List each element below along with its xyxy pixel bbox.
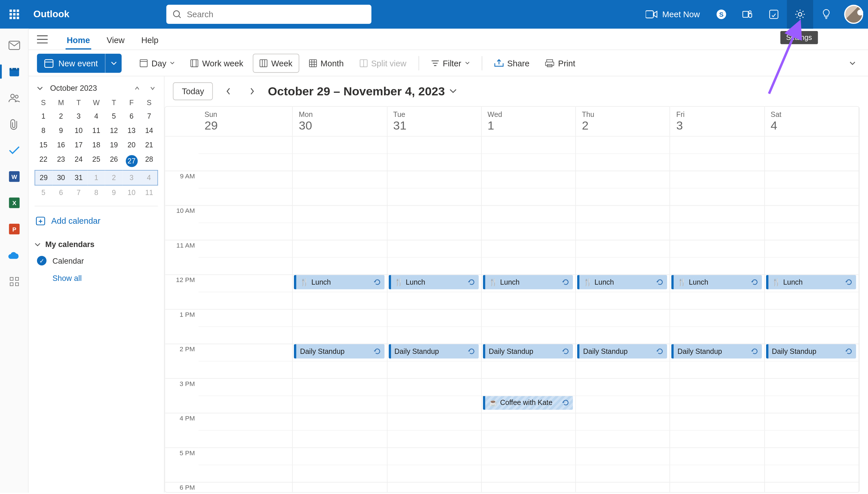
time-cell[interactable] bbox=[387, 171, 482, 205]
toolbar-overflow-button[interactable] bbox=[845, 53, 860, 72]
time-cell[interactable] bbox=[482, 309, 576, 343]
time-cell[interactable] bbox=[199, 240, 293, 274]
day-header[interactable]: Mon30 bbox=[293, 107, 387, 136]
mini-day[interactable]: 6 bbox=[123, 109, 140, 124]
calendar-event[interactable]: Daily Standup bbox=[483, 344, 573, 358]
rail-calendar[interactable] bbox=[5, 62, 23, 81]
nav-toggle-button[interactable] bbox=[37, 35, 48, 43]
mini-next-button[interactable] bbox=[147, 84, 158, 92]
view-week-button[interactable]: Week bbox=[253, 53, 299, 72]
time-cell[interactable] bbox=[387, 136, 482, 171]
time-cell[interactable] bbox=[387, 240, 482, 274]
mini-day[interactable]: 7 bbox=[70, 186, 87, 200]
tips-button[interactable] bbox=[813, 0, 839, 29]
mini-day[interactable]: 27 bbox=[123, 152, 140, 170]
time-cell[interactable] bbox=[482, 136, 576, 171]
time-cell[interactable] bbox=[576, 482, 671, 492]
mini-day[interactable]: 20 bbox=[123, 138, 140, 152]
time-cell[interactable] bbox=[199, 448, 293, 482]
time-cell[interactable] bbox=[387, 448, 482, 482]
time-cell[interactable] bbox=[576, 205, 671, 240]
mini-day[interactable]: 11 bbox=[87, 124, 105, 138]
tab-view[interactable]: View bbox=[105, 32, 126, 50]
time-cell[interactable] bbox=[576, 309, 671, 343]
time-cell[interactable]: Daily Standup bbox=[576, 343, 671, 378]
mini-day[interactable]: 13 bbox=[123, 124, 140, 138]
time-cell[interactable] bbox=[576, 240, 671, 274]
calendar-event[interactable]: Daily Standup bbox=[671, 344, 762, 358]
calendar-event[interactable]: ☕Coffee with Kate bbox=[483, 396, 573, 410]
time-cell[interactable] bbox=[482, 413, 576, 447]
mini-day[interactable]: 22 bbox=[35, 152, 52, 170]
time-cell[interactable]: Daily Standup bbox=[293, 343, 387, 378]
time-cell[interactable] bbox=[670, 448, 765, 482]
time-cell[interactable] bbox=[670, 205, 765, 240]
skype-button[interactable]: S bbox=[708, 0, 734, 29]
rail-todo[interactable] bbox=[5, 141, 23, 160]
mini-day[interactable]: 1 bbox=[87, 170, 105, 186]
mini-day[interactable]: 25 bbox=[87, 152, 105, 170]
rail-onedrive[interactable] bbox=[5, 246, 23, 265]
time-cell[interactable]: 🍴Lunch bbox=[765, 274, 859, 309]
rail-word[interactable]: W bbox=[5, 167, 23, 186]
calendar-event[interactable]: Daily Standup bbox=[388, 344, 478, 358]
time-cell[interactable] bbox=[199, 205, 293, 240]
rail-files[interactable] bbox=[5, 115, 23, 134]
my-calendars-group[interactable]: My calendars bbox=[35, 236, 158, 252]
time-cell[interactable] bbox=[199, 413, 293, 447]
time-cell[interactable]: 🍴Lunch bbox=[482, 274, 576, 309]
mini-day[interactable]: 5 bbox=[105, 109, 122, 124]
time-cell[interactable] bbox=[199, 136, 293, 171]
time-cell[interactable] bbox=[670, 309, 765, 343]
time-cell[interactable]: Daily Standup bbox=[482, 343, 576, 378]
rail-people[interactable] bbox=[5, 88, 23, 107]
new-event-dropdown[interactable] bbox=[105, 53, 122, 72]
calendar-event[interactable]: 🍴Lunch bbox=[483, 275, 573, 289]
calendar-event[interactable]: Daily Standup bbox=[294, 344, 384, 358]
calendar-checkbox[interactable]: ✓ bbox=[37, 256, 46, 265]
account-button[interactable] bbox=[839, 5, 868, 24]
time-cell[interactable] bbox=[199, 309, 293, 343]
time-cell[interactable] bbox=[576, 413, 671, 447]
time-cell[interactable] bbox=[293, 240, 387, 274]
time-cell[interactable]: Daily Standup bbox=[387, 343, 482, 378]
mini-day[interactable]: 28 bbox=[140, 152, 158, 170]
rail-excel[interactable]: X bbox=[5, 193, 23, 212]
next-week-button[interactable] bbox=[244, 83, 261, 100]
mini-day[interactable]: 7 bbox=[140, 109, 158, 124]
mini-day[interactable]: 14 bbox=[140, 124, 158, 138]
mini-day[interactable]: 9 bbox=[105, 186, 122, 200]
time-cell[interactable] bbox=[482, 448, 576, 482]
mini-day[interactable]: 11 bbox=[140, 186, 158, 200]
time-cell[interactable] bbox=[482, 240, 576, 274]
mini-day[interactable]: 26 bbox=[105, 152, 122, 170]
time-cell[interactable] bbox=[199, 482, 293, 492]
time-cell[interactable] bbox=[293, 171, 387, 205]
calendar-event[interactable]: 🍴Lunch bbox=[671, 275, 762, 289]
calendar-event[interactable]: 🍴Lunch bbox=[294, 275, 384, 289]
my-day-button[interactable] bbox=[761, 0, 787, 29]
time-cell[interactable] bbox=[765, 205, 859, 240]
time-cell[interactable] bbox=[387, 378, 482, 413]
day-header[interactable]: Thu2 bbox=[576, 107, 671, 136]
mini-day[interactable]: 4 bbox=[87, 109, 105, 124]
day-header[interactable]: Sun29 bbox=[199, 107, 293, 136]
mini-day[interactable]: 30 bbox=[52, 170, 70, 186]
mini-day[interactable]: 3 bbox=[70, 109, 87, 124]
time-cell[interactable] bbox=[765, 240, 859, 274]
time-cell[interactable]: 🍴Lunch bbox=[387, 274, 482, 309]
rail-mail[interactable] bbox=[5, 36, 23, 55]
mini-day[interactable]: 2 bbox=[105, 170, 122, 186]
time-slots[interactable]: 9 AM10 AM11 AM12 PM🍴Lunch🍴Lunch🍴Lunch🍴Lu… bbox=[165, 136, 859, 492]
time-cell[interactable] bbox=[199, 171, 293, 205]
time-cell[interactable]: ☕Coffee with Kate bbox=[482, 378, 576, 413]
time-cell[interactable] bbox=[670, 413, 765, 447]
time-cell[interactable]: 🍴Lunch bbox=[576, 274, 671, 309]
calendar-event[interactable]: 🍴Lunch bbox=[577, 275, 667, 289]
mini-day[interactable]: 31 bbox=[70, 170, 87, 186]
day-header[interactable]: Sat4 bbox=[765, 107, 859, 136]
app-launcher-button[interactable] bbox=[0, 0, 29, 29]
show-all-button[interactable]: Show all bbox=[35, 269, 158, 283]
time-cell[interactable] bbox=[482, 205, 576, 240]
mini-day[interactable]: 19 bbox=[105, 138, 122, 152]
